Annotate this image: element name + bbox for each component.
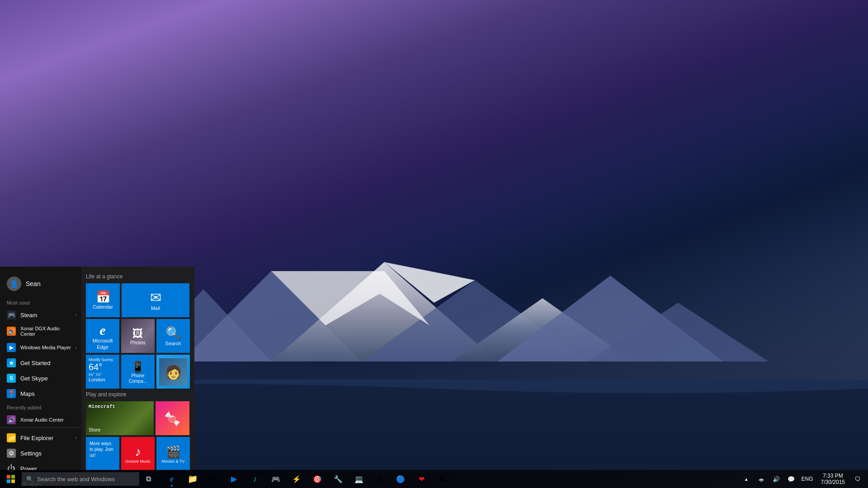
skype-icon: S [7,374,16,383]
taskbar-app-6[interactable]: 🎮 [266,470,286,488]
phone-tile-icon: 📱 [131,361,145,373]
language-indicator[interactable]: ENG [800,476,815,482]
left-panel: 👤 Sean Most used 🎮 Steam › 🔊 Xonar DGX A… [0,267,81,470]
search-bar[interactable]: 🔍 Search the web and Windows [22,472,139,486]
tiles-row-3: Mostly Sunny 64° 66° 55° London 📱 Phone … [86,355,190,389]
app11-icon: ⚙ [377,475,383,483]
start-button[interactable] [0,470,22,488]
tile-join[interactable]: More ways to play. Join us! [86,437,119,470]
sidebar-item-xonar-dgx[interactable]: 🔊 Xonar DGX Audio Center [0,323,81,340]
spotify-tb-icon: ♪ [253,474,257,484]
taskbar-app-9[interactable]: 🔧 [328,470,348,488]
wmp-icon: ▶ [7,343,16,352]
tile-movies[interactable]: 🎬 Movies & TV [156,437,190,470]
taskbar-app-store[interactable]: 🛍 [203,470,223,488]
wmp-chevron: › [75,345,77,350]
taskbar-app-8[interactable]: 🎯 [307,470,327,488]
tile-mail[interactable]: ✉ Mail [122,283,189,317]
clock-area[interactable]: 7:33 PM 7/30/2015 [817,470,849,488]
movies-icon: 🎬 [166,445,180,459]
app8-icon: 🎯 [313,475,322,483]
taskbar-app-spotify[interactable]: ♪ [245,470,265,488]
taskbar-app-edge[interactable]: e [162,470,182,488]
tiles-panel: Life at a glance 📅 Calendar ✉ Mail e Mic… [81,267,194,470]
get-started-icon: ★ [7,358,16,367]
tile-minecraft[interactable]: Minecraft Store [86,401,154,435]
tile-phone[interactable]: 📱 Phone Compa... [121,355,155,389]
maps-icon: 📍 [7,389,16,398]
weather-condition: Mostly Sunny [89,357,113,362]
tile-groove[interactable]: ♪ Groove Music [121,437,155,470]
sidebar-item-xonar-audio[interactable]: 🔊 Xonar Audio Center [0,412,81,427]
tray-volume[interactable]: 🔊 [770,470,783,488]
app9-icon: 🔧 [334,475,343,483]
tiles-row-5: More ways to play. Join us! ♪ Groove Mus… [86,437,190,470]
clock-date: 7/30/2015 [821,479,845,485]
desktop: 👤 Sean Most used 🎮 Steam › 🔊 Xonar DGX A… [0,0,868,488]
search-bar-icon: 🔍 [26,476,33,483]
tile-candy-crush[interactable]: 🍬 [156,401,189,435]
tiles-row-1: 📅 Calendar ✉ Mail [86,283,190,317]
user-area[interactable]: 👤 Sean [0,271,81,296]
app10-icon: 💻 [354,475,363,483]
sidebar-item-steam[interactable]: 🎮 Steam › [0,307,81,323]
search-tile-icon: 🔍 [165,326,181,341]
tray-network[interactable] [755,470,768,488]
taskbar-app-10[interactable]: 💻 [349,470,369,488]
tray-message[interactable]: 💬 [785,470,797,488]
taskbar-app-media[interactable]: ▶ [224,470,244,488]
minecraft-label: Minecraft [89,404,115,409]
system-tray: ▲ 🔊 💬 ENG 7:33 PM 7/30/2015 🗨 [740,470,868,488]
sidebar-item-file-explorer[interactable]: 📁 File Explorer › [0,430,81,446]
groove-icon: ♪ [135,445,141,459]
taskbar-app-12[interactable]: 🔵 [391,470,410,488]
edge-tile-icon: e [99,323,105,338]
weather-low: 55° [96,372,102,377]
svg-rect-14 [11,479,15,483]
weather-high: 66° [89,372,95,377]
sidebar-item-settings[interactable]: ⚙ Settings [0,446,81,461]
tile-edge[interactable]: e Microsoft Edge [86,319,119,353]
xonar-dgx-icon: 🔊 [7,327,16,336]
tile-weather[interactable]: Mostly Sunny 64° 66° 55° London [86,355,119,389]
windows-logo-icon [7,475,15,483]
taskbar: 🔍 Search the web and Windows ⧉ e 📁 🛍 ▶ [0,470,868,488]
sidebar-item-get-skype[interactable]: S Get Skype [0,371,81,386]
tiles-row-4: Minecraft Store 🍬 [86,401,190,435]
app6-icon: 🎮 [271,475,280,483]
action-center-button[interactable]: 🗨 [851,470,863,488]
calendar-tile-label: Calendar [93,304,113,310]
twitter-icon: 🧑 [165,364,182,380]
get-started-label: Get Started [20,360,50,366]
weather-tile-label: London [89,377,105,383]
tile-calendar[interactable]: 📅 Calendar [86,283,120,317]
tile-search[interactable]: 🔍 Search [156,319,190,353]
movies-tile-label: Movies & TV [162,459,185,464]
task-view-button[interactable]: ⧉ [139,470,157,488]
tile-twitter[interactable]: 🧑 [156,355,190,389]
edge-tile-label: Microsoft Edge [89,338,117,350]
life-at-a-glance-title: Life at a glance [86,273,190,280]
settings-label: Settings [20,450,42,457]
sidebar-item-maps[interactable]: 📍 Maps [0,386,81,401]
steam-label: Steam [20,312,38,319]
taskbar-app-13[interactable]: ❤ [411,470,431,488]
taskbar-app-explorer[interactable]: 📁 [183,470,203,488]
wmp-label: Windows Media Player [20,345,71,350]
taskbar-app-7[interactable]: ⚡ [287,470,307,488]
svg-rect-13 [7,479,10,483]
sidebar-item-wmp[interactable]: ▶ Windows Media Player › [0,340,81,355]
file-explorer-icon: 📁 [7,433,16,442]
taskbar-app-14[interactable]: ✖ [432,470,452,488]
tray-chevron[interactable]: ▲ [740,470,753,488]
tile-photos[interactable]: 🖼 Photos [121,319,155,353]
xonar-dgx-label: Xonar DGX Audio Center [20,326,75,337]
twitter-person: 🧑 [159,358,187,386]
taskbar-app-11[interactable]: ⚙ [370,470,390,488]
sidebar-item-get-started[interactable]: ★ Get Started [0,355,81,371]
search-placeholder: Search the web and Windows [37,476,115,483]
clock-time: 7:33 PM [823,473,843,479]
edge-active-dot [171,485,173,487]
groove-tile-label: Groove Music [125,459,151,464]
weather-temp: 64° [89,362,102,372]
